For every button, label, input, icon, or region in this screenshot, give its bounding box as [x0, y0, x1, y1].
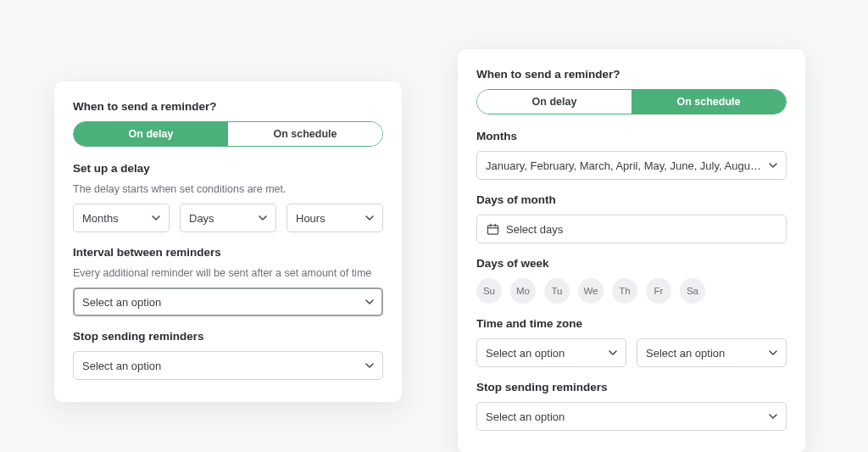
mode-segmented-control: On delay On schedule	[476, 89, 787, 114]
chevron-down-icon	[365, 214, 374, 222]
months-select[interactable]: January, February, March, April, May, Ju…	[476, 151, 787, 180]
delay-months-select[interactable]: Months	[73, 204, 170, 232]
delay-days-label: Days	[189, 212, 252, 225]
day-pill-su[interactable]: Su	[476, 278, 502, 304]
day-pill-mo[interactable]: Mo	[510, 278, 536, 304]
day-pill-fr[interactable]: Fr	[646, 278, 671, 304]
days-of-month-picker[interactable]: Select days	[476, 215, 787, 243]
chevron-down-icon	[769, 412, 777, 421]
time-zone-title: Time and time zone	[476, 317, 787, 330]
reminder-card-schedule: When to send a reminder? On delay On sch…	[458, 49, 805, 452]
interval-select[interactable]: Select an option	[73, 287, 383, 316]
stop-placeholder: Select an option	[486, 410, 762, 423]
stop-select[interactable]: Select an option	[73, 351, 383, 380]
chevron-down-icon	[769, 349, 777, 357]
chevron-down-icon	[365, 298, 374, 306]
stop-title: Stop sending reminders	[476, 381, 787, 393]
reminder-card-delay: When to send a reminder? On delay On sch…	[54, 81, 402, 402]
timezone-select[interactable]: Select an option	[637, 338, 787, 367]
day-pill-sa[interactable]: Sa	[680, 278, 705, 304]
delay-months-label: Months	[82, 212, 145, 225]
delay-title: Set up a delay	[73, 162, 383, 175]
chevron-down-icon	[609, 349, 617, 357]
chevron-down-icon	[365, 361, 374, 370]
months-value: January, February, March, April, May, Ju…	[486, 159, 762, 172]
question-label: When to send a reminder?	[73, 100, 383, 113]
days-of-month-title: Days of month	[476, 193, 787, 206]
stop-select[interactable]: Select an option	[476, 402, 787, 431]
time-placeholder: Select an option	[486, 347, 602, 360]
tab-on-schedule[interactable]: On schedule	[228, 122, 382, 146]
delay-hours-select[interactable]: Hours	[287, 204, 383, 232]
time-select[interactable]: Select an option	[476, 338, 626, 367]
chevron-down-icon	[769, 161, 777, 170]
mode-segmented-control: On delay On schedule	[73, 121, 383, 147]
svg-rect-0	[487, 225, 498, 233]
calendar-icon	[486, 222, 499, 236]
tab-on-delay[interactable]: On delay	[74, 122, 228, 146]
delay-days-select[interactable]: Days	[180, 204, 276, 232]
day-pill-tu[interactable]: Tu	[544, 278, 570, 304]
delay-description: The delay starts when set conditions are…	[73, 183, 383, 195]
days-of-week-row: Su Mo Tu We Th Fr Sa	[476, 278, 787, 304]
tab-on-delay[interactable]: On delay	[477, 90, 632, 114]
months-title: Months	[476, 130, 787, 142]
chevron-down-icon	[259, 214, 267, 222]
question-label: When to send a reminder?	[476, 68, 787, 81]
delay-hours-label: Hours	[296, 212, 359, 225]
chevron-down-icon	[152, 214, 160, 222]
stop-placeholder: Select an option	[82, 360, 359, 372]
interval-placeholder: Select an option	[82, 296, 359, 309]
timezone-placeholder: Select an option	[646, 347, 762, 360]
interval-title: Interval between reminders	[73, 246, 383, 259]
day-pill-we[interactable]: We	[578, 278, 604, 304]
interval-description: Every additional reminder will be sent a…	[73, 267, 383, 279]
days-of-month-placeholder: Select days	[506, 223, 563, 236]
day-pill-th[interactable]: Th	[612, 278, 637, 304]
tab-on-schedule[interactable]: On schedule	[632, 90, 786, 114]
days-of-week-title: Days of week	[476, 257, 787, 270]
stop-title: Stop sending reminders	[73, 330, 383, 343]
